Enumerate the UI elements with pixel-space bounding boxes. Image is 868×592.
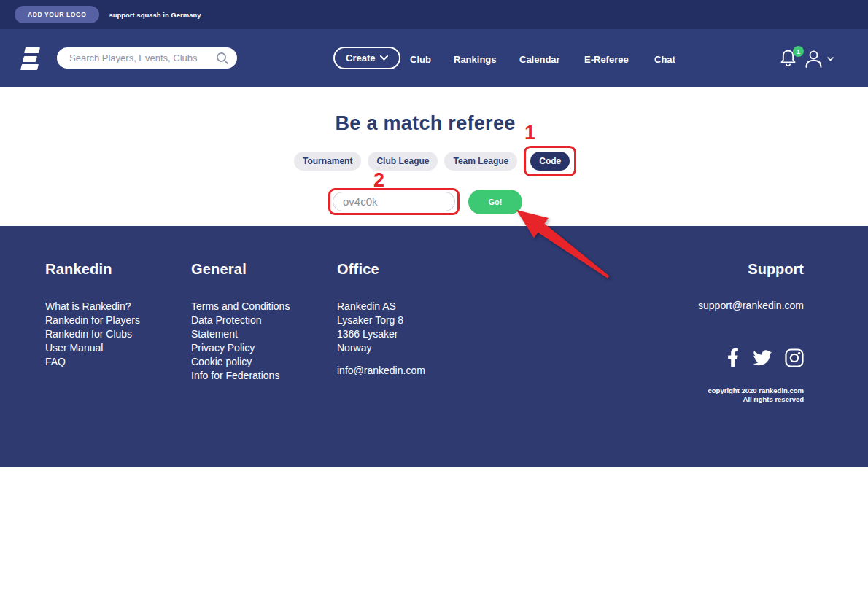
main-content: Be a match referee 1 2 Tournament Club L…	[0, 87, 868, 226]
copyright-text: copyright 2020 rankedin.com All rights r…	[483, 386, 804, 403]
footer-link[interactable]: What is Rankedin?	[45, 300, 191, 313]
create-button[interactable]: Create	[333, 47, 400, 69]
footer-column-rankedin: Rankedin What is Rankedin? Rankedin for …	[45, 261, 191, 467]
footer-link[interactable]: Info for Federations	[191, 369, 308, 383]
nav-link-rankings[interactable]: Rankings	[454, 54, 497, 65]
facebook-icon[interactable]	[727, 348, 739, 367]
footer-heading-office: Office	[337, 261, 483, 278]
code-input[interactable]	[333, 192, 455, 211]
office-address-line: Lysaker Torg 8	[337, 313, 483, 327]
search-input[interactable]	[68, 52, 216, 64]
footer-heading-rankedin: Rankedin	[45, 261, 191, 278]
footer-column-office: Office Rankedin AS Lysaker Torg 8 1366 L…	[337, 261, 483, 467]
search-icon[interactable]	[216, 52, 229, 65]
annotation-box-input	[328, 188, 460, 215]
office-email-link[interactable]: info@rankedin.com	[337, 365, 483, 376]
profile-menu-button[interactable]	[804, 49, 834, 69]
footer-link[interactable]: Data Protection Statement	[191, 313, 308, 341]
footer-column-general: General Terms and Conditions Data Protec…	[191, 261, 337, 467]
rankedin-logo-icon[interactable]	[21, 47, 44, 71]
office-address-line: Rankedin AS	[337, 300, 483, 313]
search-box	[57, 47, 237, 69]
nav-link-club[interactable]: Club	[410, 54, 431, 65]
annotation-step-1: 1	[524, 122, 535, 143]
office-address-line: Norway	[337, 341, 483, 355]
footer-link[interactable]: Privacy Policy	[191, 341, 308, 355]
twitter-icon[interactable]	[751, 348, 772, 367]
footer-link[interactable]: Rankedin for Players	[45, 313, 191, 327]
page-title: Be a match referee	[0, 112, 850, 135]
top-bar: ADD YOUR LOGO support squash in Germany	[0, 0, 868, 29]
instagram-icon[interactable]	[785, 348, 804, 367]
footer-link[interactable]: Terms and Conditions	[191, 300, 308, 313]
support-email-link[interactable]: support@rankedin.com	[483, 300, 804, 311]
referee-mode-tabs: Tournament Club League Team League Code	[294, 146, 576, 176]
create-button-label: Create	[346, 52, 375, 63]
notifications-button[interactable]: 1	[779, 48, 798, 70]
nav-link-e-referee[interactable]: E-Referee	[584, 54, 629, 65]
tab-tournament[interactable]: Tournament	[294, 152, 361, 171]
chevron-down-icon	[380, 55, 388, 61]
chevron-down-icon	[827, 57, 834, 61]
copyright-line-1: copyright 2020 rankedin.com	[483, 386, 804, 395]
nav-link-chat[interactable]: Chat	[654, 54, 675, 65]
social-icons-row	[483, 348, 804, 367]
footer-link[interactable]: Cookie policy	[191, 355, 308, 369]
footer-column-support: Support support@rankedin.com copyright 2…	[483, 261, 804, 467]
tab-club-league[interactable]: Club League	[368, 152, 438, 171]
user-icon	[804, 49, 824, 69]
footer-link[interactable]: User Manual	[45, 341, 191, 355]
office-address-line: 1366 Lysaker	[337, 327, 483, 341]
site-tagline: support squash in Germany	[109, 11, 201, 19]
footer-link[interactable]: Rankedin for Clubs	[45, 327, 191, 341]
add-your-logo-button[interactable]: ADD YOUR LOGO	[15, 6, 99, 23]
copyright-line-2: All rights reserved	[483, 395, 804, 404]
page-footer: Rankedin What is Rankedin? Rankedin for …	[0, 226, 868, 467]
footer-link[interactable]: FAQ	[45, 355, 191, 369]
annotation-box-code: Code	[524, 146, 576, 176]
go-button[interactable]: Go!	[468, 190, 522, 214]
tab-team-league[interactable]: Team League	[444, 152, 517, 171]
tab-code[interactable]: Code	[530, 152, 570, 171]
notification-badge: 1	[793, 46, 804, 57]
nav-link-calendar[interactable]: Calendar	[519, 54, 560, 65]
main-navbar: Create Club Rankings Calendar E-Referee …	[0, 29, 868, 87]
footer-heading-general: General	[191, 261, 337, 278]
footer-heading-support: Support	[483, 261, 804, 278]
